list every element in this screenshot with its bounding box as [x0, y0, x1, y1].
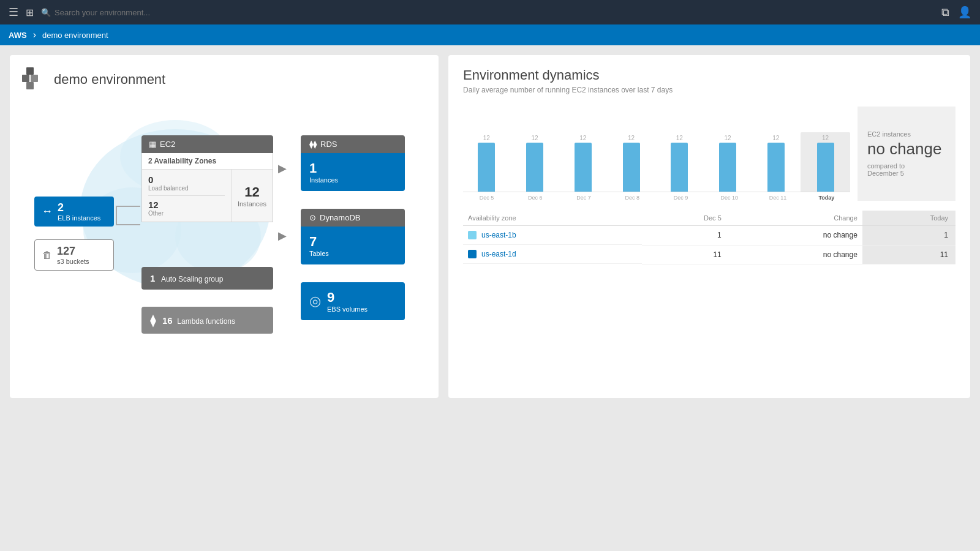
- bar-dec11: 12: [753, 135, 800, 192]
- az-zone-link[interactable]: us-east-1b: [481, 231, 516, 239]
- date-dec6: Dec 6: [511, 195, 559, 201]
- svg-rect-2: [26, 67, 34, 75]
- right-panel: Environment dynamics Daily average numbe…: [448, 55, 970, 398]
- grid-icon[interactable]: ⊞: [26, 7, 34, 18]
- user-icon[interactable]: 👤: [958, 6, 971, 19]
- asg-count: 1: [150, 273, 155, 283]
- no-change-text: no change: [867, 140, 946, 158]
- rds-count: 1: [309, 160, 396, 176]
- date-dec9: Dec 9: [657, 195, 704, 201]
- trash-icon: 🗑: [42, 250, 52, 261]
- breadcrumb-current: demo environment: [42, 31, 108, 40]
- rds-instances-label: Instances: [309, 176, 396, 184]
- ec2-label: EC2: [160, 140, 175, 149]
- arrow-to-rds: ▶: [278, 162, 287, 175]
- connector-elb-ec2-2: [117, 224, 140, 225]
- lambda-count: 16: [162, 315, 173, 326]
- date-today: Today: [803, 195, 850, 201]
- menu-icon[interactable]: ☰: [9, 6, 18, 19]
- bar-today: 12: [801, 132, 850, 192]
- env-dynamics-subtitle: Daily average number of running EC2 inst…: [463, 86, 956, 94]
- dynamodb-group: ⊙ DynamoDB 7 Tables: [301, 209, 405, 264]
- lambda-label: Lambda functions: [177, 317, 235, 326]
- panel-header: demo environment: [22, 67, 426, 92]
- az-today-cell: 11: [862, 245, 956, 264]
- date-dec7: Dec 7: [560, 195, 608, 201]
- svg-rect-1: [31, 75, 38, 82]
- az-dot: [468, 231, 477, 239]
- ebs-group: ◎ 9 EBS volumes: [301, 282, 405, 320]
- ec2-instances-label: EC2 instances: [867, 130, 946, 138]
- arrow-to-dynamo: ▶: [278, 229, 287, 242]
- breadcrumb-bar: AWS › demo environment: [0, 24, 980, 45]
- bar-dec5: 12: [463, 135, 510, 192]
- table-row: us-east-1b 1 no change 1: [463, 226, 956, 246]
- asg-label: Auto Scaling group: [161, 275, 223, 283]
- search-input[interactable]: [55, 8, 177, 17]
- az-table: Availability zone Dec 5 Change Today us-…: [463, 211, 956, 264]
- ec2-header[interactable]: ▦ EC2: [141, 135, 273, 153]
- rds-group: ⧫⧫ RDS 1 Instances: [301, 135, 405, 191]
- table-row: us-east-1d 11 no change 11: [463, 245, 956, 264]
- az-dot: [468, 250, 477, 258]
- dynamodb-icon: ⊙: [309, 213, 316, 222]
- ec2-breakdown: 0 Load balanced 12 Other: [142, 170, 232, 222]
- date-labels: Dec 5 Dec 6 Dec 7 Dec 8 Dec 9 Dec 10 Dec…: [463, 195, 850, 201]
- bar-dec10: 12: [704, 135, 752, 192]
- ec2-total: 12 Instances: [232, 170, 273, 222]
- nav-right-icons: ⧉ 👤: [941, 6, 971, 19]
- ebs-count: 9: [327, 290, 368, 305]
- az-zone-cell: us-east-1b: [463, 226, 642, 245]
- chart-area: 12 12 12 12: [463, 107, 956, 201]
- col-today: Today: [862, 211, 956, 226]
- asg-box[interactable]: 1 Auto Scaling group: [141, 267, 273, 290]
- bar-dec6: 12: [511, 135, 559, 192]
- ec2-icon: ▦: [149, 140, 156, 149]
- other-count: 12: [148, 200, 225, 210]
- elb-label: ELB instances: [58, 214, 100, 222]
- az-zone-link[interactable]: us-east-1d: [481, 250, 516, 258]
- date-dec5: Dec 5: [463, 195, 510, 201]
- connector-elb-ec2: [117, 206, 140, 207]
- lambda-box[interactable]: ⧫ 16 Lambda functions: [141, 307, 273, 334]
- rds-header[interactable]: ⧫⧫ RDS: [301, 135, 405, 153]
- diagram-area: ↔ 2 ELB instances 🗑 127 s3 buckets ▶: [22, 102, 426, 371]
- lb-count: 0: [148, 174, 225, 185]
- main-content: demo environment ↔ 2 ELB instances: [0, 45, 980, 408]
- left-panel: demo environment ↔ 2 ELB instances: [10, 55, 439, 398]
- rds-label: RDS: [320, 140, 337, 149]
- svg-rect-3: [26, 82, 34, 89]
- panel-title: demo environment: [54, 72, 165, 88]
- top-navigation: ☰ ⊞ 🔍 ⧉ 👤: [0, 0, 980, 24]
- ebs-label: EBS volumes: [327, 305, 368, 313]
- env-dynamics-title: Environment dynamics: [463, 67, 956, 83]
- lambda-icon: ⧫: [150, 313, 156, 328]
- breadcrumb-aws[interactable]: AWS: [9, 31, 33, 40]
- s3-label: s3 buckets: [57, 258, 89, 265]
- az-zone-cell: us-east-1d: [463, 245, 642, 264]
- rds-icon: ⧫⧫: [309, 140, 317, 149]
- dynamodb-count: 7: [309, 234, 396, 250]
- az-dec5-cell: 1: [642, 226, 726, 246]
- bar-dec8: 12: [608, 135, 655, 192]
- s3-box[interactable]: 🗑 127 s3 buckets: [34, 239, 114, 271]
- ec2-body: 2 Availability Zones 0 Load balanced 12 …: [141, 153, 273, 222]
- svg-rect-0: [22, 75, 29, 82]
- col-change: Change: [726, 211, 862, 226]
- elb-box[interactable]: ↔ 2 ELB instances: [34, 197, 114, 227]
- ec2-total-count: 12: [244, 184, 259, 200]
- bars-area: 12 12 12 12: [463, 107, 850, 201]
- windows-icon[interactable]: ⧉: [941, 6, 949, 19]
- elb-icon: ↔: [42, 205, 53, 218]
- rds-instances-box[interactable]: 1 Instances: [301, 153, 405, 191]
- s3-count: 127: [57, 245, 75, 257]
- ec2-group: ▦ EC2 2 Availability Zones 0 Load balanc…: [141, 135, 273, 222]
- ebs-box[interactable]: ◎ 9 EBS volumes: [301, 282, 405, 320]
- dynamodb-header[interactable]: ⊙ DynamoDB: [301, 209, 405, 227]
- connector-vertical: [116, 206, 117, 225]
- dynamodb-tables-box[interactable]: 7 Tables: [301, 227, 405, 264]
- date-dec10: Dec 10: [706, 195, 753, 201]
- lb-label: Load balanced: [148, 185, 225, 192]
- breadcrumb-chevron-icon: ›: [33, 29, 36, 40]
- chart-summary: EC2 instances no change compared to Dece…: [858, 107, 956, 201]
